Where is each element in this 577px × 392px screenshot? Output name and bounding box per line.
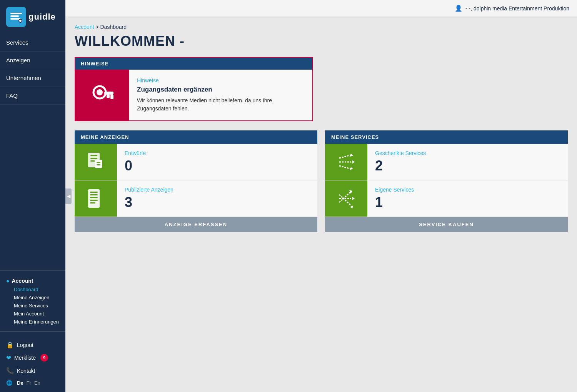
geschenkte-icon-box	[325, 144, 367, 180]
lang-de[interactable]: De	[17, 380, 23, 386]
eigene-label[interactable]: Eigene Services	[375, 187, 414, 193]
svg-rect-7	[104, 92, 113, 95]
lang-fr[interactable]: Fr	[27, 380, 31, 386]
topbar-user-icon: 👤	[455, 5, 462, 12]
sidebar-item-meine-services[interactable]: Meine Services	[6, 302, 59, 310]
breadcrumb: Account > Dashboard	[75, 24, 568, 30]
table-row: Geschenkte Services 2	[325, 144, 568, 180]
svg-rect-22	[90, 202, 95, 204]
sidebar-item-services[interactable]: Services	[0, 34, 65, 52]
svg-point-4	[19, 20, 22, 22]
services-rows: Geschenkte Services 2	[325, 144, 568, 217]
publizierte-icon-box	[75, 180, 117, 217]
logo-area: guidle	[0, 0, 65, 34]
svg-marker-26	[352, 160, 355, 163]
topbar-user: 👤 - -, dolphin media Entertainment Produ…	[455, 5, 569, 12]
svg-line-23	[339, 155, 351, 158]
account-section: ● Account Dashboard Meine Anzeigen Meine…	[0, 274, 65, 328]
merkliste-item[interactable]: ❤ Merkliste 9	[6, 351, 59, 364]
kontakt-item[interactable]: 📞 Kontakt	[6, 364, 59, 377]
account-label-text: Account	[12, 278, 33, 284]
account-label: ● Account	[6, 278, 59, 284]
hinweise-text: Wir können relevante Medien nicht belief…	[137, 97, 305, 113]
topbar-user-text: - -, dolphin media Entertainment Produkt…	[465, 5, 569, 12]
hinweise-body: Hinweise Zugangsdaten ergänzen Wir könne…	[75, 70, 312, 120]
lang-en[interactable]: En	[34, 380, 40, 386]
hinweise-header: HINWEISE	[75, 58, 312, 70]
entwuerfe-label[interactable]: Entwürfe	[125, 150, 146, 156]
logout-item[interactable]: 🔒 Logout	[6, 339, 59, 351]
breadcrumb-sep: >	[95, 24, 100, 30]
svg-rect-12	[90, 158, 97, 159]
entwuerfe-content: Entwürfe 0	[117, 144, 153, 180]
logout-label: Logout	[17, 342, 33, 348]
sidebar-item-meine-anzeigen[interactable]: Meine Anzeigen	[6, 294, 59, 302]
merkliste-badge: 9	[40, 354, 48, 362]
sidebar-collapse-tab[interactable]: ◀	[65, 188, 72, 204]
svg-rect-13	[90, 160, 95, 162]
globe-icon: 🌐	[6, 380, 12, 386]
svg-rect-14	[95, 160, 102, 168]
service-kaufen-button[interactable]: SERVICE KAUFEN	[325, 217, 568, 232]
breadcrumb-dashboard: Dashboard	[100, 24, 127, 30]
eigene-icon-box	[325, 180, 367, 217]
hinweise-content: Hinweise Zugangsdaten ergänzen Wir könne…	[129, 70, 312, 120]
gift-services-icon	[335, 151, 357, 173]
phone-icon: 📞	[6, 367, 14, 374]
geschenkte-label[interactable]: Geschenkte Services	[375, 150, 426, 156]
logo-icon	[6, 7, 26, 27]
hinweise-link[interactable]: Hinweise	[137, 77, 305, 83]
svg-marker-32	[352, 197, 355, 200]
svg-rect-16	[97, 164, 100, 165]
anzeigen-rows: Entwürfe 0	[75, 144, 317, 217]
svg-rect-9	[107, 95, 110, 98]
user-icon-sidebar: ●	[6, 278, 9, 284]
svg-rect-21	[90, 200, 98, 201]
sidebar-item-dashboard[interactable]: Dashboard	[6, 285, 59, 294]
published-icon	[85, 188, 107, 209]
kontakt-label: Kontakt	[17, 368, 35, 374]
language-row: 🌐 De Fr En	[6, 377, 59, 388]
own-services-icon	[335, 188, 357, 209]
merkliste-label: Merkliste	[14, 355, 36, 361]
eigene-value: 1	[375, 194, 414, 210]
topbar: 👤 - -, dolphin media Entertainment Produ…	[65, 0, 577, 17]
publizierte-label[interactable]: Publizierte Anzeigen	[125, 187, 173, 193]
nav-divider-2	[0, 331, 65, 332]
meine-anzeigen-header: MEINE ANZEIGEN	[75, 130, 317, 144]
svg-point-6	[97, 89, 103, 95]
sidebar-item-faq[interactable]: FAQ	[0, 87, 65, 105]
svg-rect-0	[10, 13, 22, 14]
sidebar-item-unternehmen[interactable]: Unternehmen	[0, 69, 65, 87]
svg-rect-19	[90, 194, 98, 195]
hinweise-icon-box	[75, 70, 129, 120]
svg-rect-15	[97, 162, 100, 163]
page-content: Account > Dashboard WILLKOMMEN - HINWEIS…	[65, 17, 577, 392]
svg-marker-34	[350, 205, 353, 209]
publizierte-content: Publizierte Anzeigen 3	[117, 180, 181, 217]
entwuerfe-value: 0	[125, 158, 146, 174]
publizierte-value: 3	[125, 194, 173, 210]
svg-rect-11	[90, 155, 97, 156]
dashboard-grid: MEINE ANZEIGEN	[75, 130, 568, 232]
geschenkte-value: 2	[375, 158, 426, 174]
table-row: Entwürfe 0	[75, 144, 317, 180]
sidebar-item-mein-account[interactable]: Mein Account	[6, 310, 59, 318]
svg-marker-28	[350, 167, 353, 170]
meine-services-header: MEINE SERVICES	[325, 130, 568, 144]
meine-anzeigen-panel: MEINE ANZEIGEN	[75, 130, 317, 232]
sidebar-item-meine-erinnerungen[interactable]: Meine Erinnerungen	[6, 318, 59, 326]
meine-services-panel: MEINE SERVICES	[325, 130, 568, 232]
geschenkte-content: Geschenkte Services 2	[367, 144, 434, 180]
table-row: Eigene Services 1	[325, 180, 568, 217]
svg-rect-20	[90, 197, 98, 198]
svg-rect-2	[10, 18, 20, 20]
draft-icon	[85, 151, 107, 173]
nav-divider	[0, 270, 65, 271]
main-content: 👤 - -, dolphin media Entertainment Produ…	[65, 0, 577, 392]
sidebar-item-anzeigen[interactable]: Anzeigen	[0, 52, 65, 69]
svg-line-27	[339, 166, 351, 169]
svg-rect-1	[10, 15, 19, 17]
breadcrumb-account[interactable]: Account	[75, 24, 94, 30]
anzeige-erfassen-button[interactable]: ANZEIGE ERFASSEN	[75, 217, 317, 232]
